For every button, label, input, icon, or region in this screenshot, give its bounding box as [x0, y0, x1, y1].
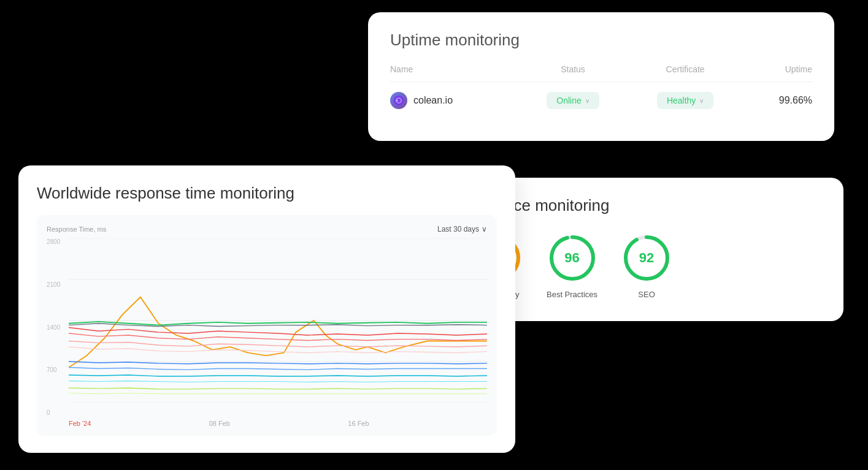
chart-card-title: Worldwide response time monitoring [37, 184, 497, 203]
uptime-table: Name Status Certificate Uptime [390, 64, 812, 119]
time-range-button[interactable]: Last 30 days ∨ [437, 225, 487, 233]
time-range-label: Last 30 days [437, 225, 479, 233]
site-url: colean.io [413, 95, 453, 106]
col-status: Status [519, 64, 627, 82]
x-axis-labels: Feb '24 08 Feb 16 Feb [47, 420, 487, 427]
y-label-2100: 2100 [47, 281, 60, 288]
y-label-2800: 2800 [47, 238, 60, 245]
x-label-feb24: Feb '24 [69, 420, 91, 427]
healthy-text: Healthy [667, 96, 696, 105]
chart-container: Response Time, ms Last 30 days ∨ 2800 21… [37, 215, 497, 436]
y-label-0: 0 [47, 409, 60, 416]
metric-value-seo: 92 [639, 250, 654, 266]
svg-point-2 [396, 100, 398, 102]
metric-circle-best-practices: 96 [548, 233, 597, 282]
chart-area: 2800 2100 1400 700 0 [47, 238, 487, 416]
uptime-value: 99.66% [779, 95, 812, 105]
col-certificate: Certificate [627, 64, 743, 82]
y-axis-labels: 2800 2100 1400 700 0 [47, 238, 60, 416]
metric-value-best-practices: 96 [564, 250, 579, 266]
metric-label-best-practices: Best Practices [547, 290, 597, 299]
status-text: Online [556, 96, 581, 105]
chevron-down-icon: ∨ [699, 97, 704, 104]
metric-seo: 92 SEO [622, 233, 671, 299]
x-label-08feb: 08 Feb [209, 420, 230, 427]
chart-svg [69, 238, 487, 403]
metric-circle-seo: 92 [622, 233, 671, 282]
col-name: Name [390, 64, 519, 82]
chart-card: Worldwide response time monitoring Respo… [18, 165, 515, 453]
site-logo [390, 92, 407, 109]
chevron-down-icon: ∨ [585, 97, 590, 104]
y-axis-label: Response Time, ms [47, 226, 106, 233]
metric-best-practices: 96 Best Practices [547, 233, 597, 299]
chevron-down-icon: ∨ [482, 225, 487, 233]
uptime-card: Uptime monitoring Name Status Certificat… [368, 12, 834, 141]
status-badge[interactable]: Online ∨ [547, 92, 599, 109]
healthy-badge[interactable]: Healthy ∨ [657, 92, 713, 109]
y-label-1400: 1400 [47, 324, 60, 331]
col-uptime: Uptime [743, 64, 812, 82]
metric-label-seo: SEO [638, 290, 655, 299]
site-name: colean.io [390, 92, 519, 109]
svg-point-0 [394, 96, 404, 105]
chart-header: Response Time, ms Last 30 days ∨ [47, 225, 487, 233]
uptime-card-title: Uptime monitoring [390, 31, 812, 50]
x-label-16feb: 16 Feb [348, 420, 369, 427]
y-label-700: 700 [47, 366, 60, 373]
table-row: colean.io Online ∨ Healthy ∨ 99.6 [390, 82, 812, 119]
